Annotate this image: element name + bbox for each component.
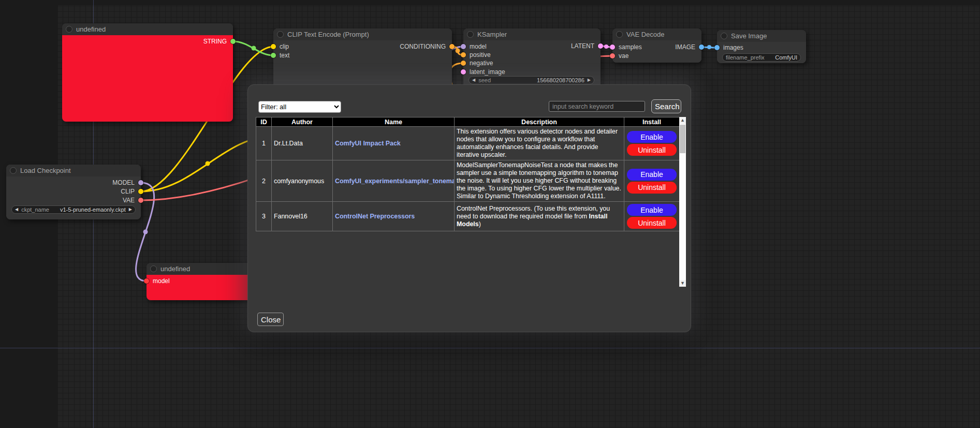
output-slot-string[interactable]: STRING — [203, 38, 233, 45]
node-collapse-dot[interactable] — [721, 33, 727, 39]
decrement-arrow-icon[interactable]: ◀ — [15, 208, 18, 212]
node-vae-decode[interactable]: VAE Decode samples vae IMAGE — [612, 28, 701, 63]
node-header[interactable]: CLIP Text Encode (Prompt) — [273, 28, 452, 40]
enable-button[interactable]: Enable — [627, 204, 677, 216]
search-input[interactable] — [549, 101, 645, 112]
link-midpoint-dot — [707, 45, 711, 49]
enable-button[interactable]: Enable — [627, 169, 677, 181]
decrement-arrow-icon[interactable]: ◀ — [472, 78, 475, 82]
input-slot-text[interactable]: text — [273, 52, 289, 59]
node-title: CLIP Text Encode (Prompt) — [287, 31, 369, 38]
extension-author: Dr.Lt.Data — [272, 127, 333, 160]
node-collapse-dot[interactable] — [150, 265, 157, 272]
node-save-image[interactable]: Save Image images filename_prefix ComfyU… — [717, 30, 806, 63]
column-header: Install — [624, 117, 680, 127]
slot-label: CONDITIONING — [400, 43, 446, 50]
input-slot-model[interactable]: model — [463, 43, 487, 50]
column-header: Author — [272, 117, 333, 127]
output-slot-clip[interactable]: CLIP — [121, 188, 141, 195]
link-midpoint-dot — [143, 230, 148, 234]
input-slot-vae[interactable]: vae — [612, 52, 628, 60]
slot-dot-vae — [610, 53, 615, 58]
slot-dot-latent — [598, 43, 603, 49]
input-slot-negative[interactable]: negative — [463, 60, 493, 67]
output-slot-vae[interactable]: VAE — [123, 197, 141, 204]
input-slot-model[interactable]: model — [147, 277, 170, 285]
enable-button[interactable]: Enable — [627, 131, 677, 143]
graph-canvas[interactable]: undefined STRING CLIP Text Encode (Promp… — [0, 0, 980, 428]
output-slot-model[interactable]: MODEL — [112, 179, 141, 186]
increment-arrow-icon[interactable]: ▶ — [588, 78, 591, 82]
filter-select[interactable]: Filter: all — [258, 101, 341, 113]
slot-dot-image — [699, 45, 704, 50]
slot-dot-model — [461, 44, 466, 49]
extension-link[interactable]: ComfyUI_experiments/sampler_tonemap — [335, 178, 452, 185]
extension-author: comfyanonymous — [272, 160, 333, 202]
slot-dot-string — [271, 53, 276, 58]
install-cell: EnableUninstall — [624, 127, 680, 160]
input-slot-samples[interactable]: samples — [612, 43, 642, 51]
input-slot-positive[interactable]: positive — [463, 51, 491, 58]
node-header[interactable]: Save Image — [717, 30, 806, 42]
widget-value: v1-5-pruned-emaonly.ckpt — [60, 206, 126, 213]
extension-id: 3 — [256, 202, 272, 231]
slot-label: latent_image — [470, 68, 505, 76]
slot-label: IMAGE — [675, 43, 695, 51]
node-header[interactable]: VAE Decode — [612, 28, 701, 40]
slot-dot-conditioning — [461, 61, 466, 66]
widget-label: seed — [478, 77, 491, 83]
widget-value: 156680208700286 — [537, 77, 584, 83]
extension-id: 2 — [256, 160, 272, 202]
slot-dot-vae — [138, 198, 143, 203]
slot-label: clip — [280, 43, 289, 50]
filename-prefix-widget[interactable]: filename_prefix ComfyUI — [722, 53, 801, 62]
uninstall-button[interactable]: Uninstall — [627, 144, 677, 156]
scrollbar-down-icon[interactable]: ▼ — [679, 280, 686, 287]
node-collapse-dot[interactable] — [10, 167, 17, 174]
input-slot-clip[interactable]: clip — [273, 43, 289, 50]
extension-table-header-row: IDAuthorNameDescriptionInstall — [256, 117, 680, 127]
node-header[interactable]: KSampler — [463, 28, 601, 40]
slot-label: model — [470, 43, 487, 50]
slot-label: vae — [619, 52, 628, 60]
increment-arrow-icon[interactable]: ▶ — [129, 208, 132, 212]
slot-dot-error — [144, 278, 149, 284]
node-header[interactable]: undefined — [62, 23, 233, 35]
input-slot-latent-image[interactable]: latent_image — [463, 68, 505, 76]
ckpt-name-widget[interactable]: ◀ ckpt_name v1-5-pruned-emaonly.ckpt ▶ — [11, 205, 136, 214]
node-undefined-top[interactable]: undefined STRING — [62, 23, 233, 122]
slot-label: model — [153, 277, 170, 285]
search-button[interactable]: Search — [651, 99, 681, 113]
scrollbar-thumb[interactable] — [680, 125, 685, 153]
node-title: undefined — [160, 265, 190, 273]
scrollbar-up-icon[interactable]: ▲ — [679, 117, 686, 124]
uninstall-button[interactable]: Uninstall — [627, 217, 677, 229]
slot-label: LATENT — [571, 42, 594, 50]
extension-link[interactable]: ControlNet Preprocessors — [335, 213, 452, 220]
slot-label: negative — [470, 60, 493, 67]
node-collapse-dot[interactable] — [467, 31, 474, 38]
slot-label: STRING — [203, 38, 227, 45]
input-slot-images[interactable]: images — [717, 44, 743, 51]
node-collapse-dot[interactable] — [616, 31, 623, 38]
slot-dot-conditioning — [449, 44, 455, 49]
output-slot-conditioning[interactable]: CONDITIONING — [400, 43, 452, 50]
slot-label: CLIP — [121, 188, 135, 195]
output-slot-image[interactable]: IMAGE — [675, 43, 701, 51]
scrollbar[interactable]: ▲ ▼ — [679, 117, 686, 287]
uninstall-button[interactable]: Uninstall — [627, 182, 677, 194]
extension-table: IDAuthorNameDescriptionInstall 1Dr.Lt.Da… — [256, 117, 680, 231]
node-header[interactable]: Load Checkpoint — [6, 165, 141, 176]
slot-dot-clip — [138, 189, 143, 194]
extension-row: 2comfyanonymousComfyUI_experiments/sampl… — [256, 160, 680, 202]
seed-widget[interactable]: ◀ seed 156680208700286 ▶ — [469, 76, 594, 84]
node-load-checkpoint[interactable]: Load Checkpoint MODEL CLIP VAE ◀ ckpt_na… — [6, 165, 141, 219]
extension-link[interactable]: ComfyUI Impact Pack — [335, 140, 452, 147]
node-collapse-dot[interactable] — [277, 31, 284, 38]
output-slot-latent[interactable]: LATENT — [571, 42, 601, 50]
node-title: Load Checkpoint — [20, 167, 71, 174]
close-button[interactable]: Close — [257, 313, 284, 326]
node-collapse-dot[interactable] — [66, 26, 72, 33]
node-title: Save Image — [731, 32, 767, 40]
link-midpoint-dot — [604, 45, 608, 49]
